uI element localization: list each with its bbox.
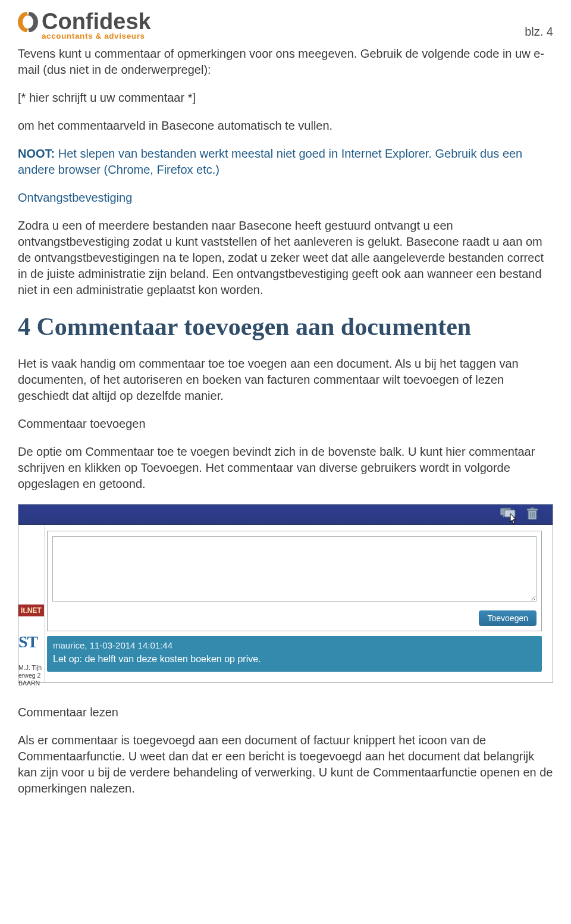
- header-row: Confidesk accountants & adviseurs blz. 4: [18, 11, 553, 40]
- addr-line: erweg 2: [18, 672, 44, 679]
- svg-rect-2: [531, 508, 534, 509]
- note-paragraph: NOOT: Het slepen van bestanden werkt mee…: [18, 146, 553, 178]
- logo: Confidesk accountants & adviseurs: [18, 11, 151, 40]
- addr-line: BAARN: [18, 679, 44, 687]
- document-content: Tevens kunt u commentaar of opmerkingen …: [18, 40, 553, 797]
- comment-item: maurice, 11-03-2014 14:01:44 Let op: de …: [47, 636, 542, 672]
- paragraph: Het is vaak handig om commentaar toe toe…: [18, 356, 553, 404]
- comment-panel: Toevoegen: [47, 531, 542, 631]
- paragraph: Als er commentaar is toegevoegd aan een …: [18, 732, 553, 797]
- section-heading: 4 Commentaar toevoegen aan documenten: [18, 310, 553, 344]
- subheading: Commentaar toevoegen: [18, 416, 553, 432]
- paragraph: Tevens kunt u commentaar of opmerkingen …: [18, 46, 553, 78]
- comment-icon[interactable]: [500, 508, 516, 521]
- strip-address: M.J. Tijh erweg 2 BAARN: [18, 664, 44, 687]
- left-strip: lt.NET ST M.J. Tijh erweg 2 BAARN: [18, 525, 45, 682]
- screenshot-body: lt.NET ST M.J. Tijh erweg 2 BAARN Toevoe…: [18, 525, 553, 682]
- strip-badge: lt.NET: [18, 604, 44, 616]
- paragraph: Zodra u een of meerdere bestanden naar B…: [18, 218, 553, 298]
- paragraph: om het commentaarveld in Basecone automa…: [18, 118, 553, 134]
- paragraph-code: [* hier schrijft u uw commentaar *]: [18, 90, 553, 106]
- comment-text: Let op: de helft van deze kosten boeken …: [53, 653, 536, 666]
- logo-word: Confidesk: [42, 11, 151, 33]
- subheading: Ontvangstbevestiging: [18, 190, 553, 206]
- screenshot: lt.NET ST M.J. Tijh erweg 2 BAARN Toevoe…: [18, 504, 553, 683]
- logo-mark-icon: [18, 11, 38, 33]
- trash-icon[interactable]: [526, 508, 538, 521]
- addr-line: M.J. Tijh: [18, 664, 44, 672]
- strip-bigtext: ST: [18, 631, 44, 653]
- note-label: NOOT:: [18, 147, 55, 160]
- comment-meta: maurice, 11-03-2014 14:01:44: [53, 640, 536, 652]
- paragraph: De optie om Commentaar toe te voegen bev…: [18, 444, 553, 492]
- note-body: Het slepen van bestanden werkt meestal n…: [18, 147, 522, 176]
- add-comment-button[interactable]: Toevoegen: [479, 610, 537, 626]
- comment-textarea[interactable]: [52, 536, 537, 602]
- page-number: blz. 4: [525, 24, 553, 40]
- subheading: Commentaar lezen: [18, 704, 553, 721]
- top-toolbar: [18, 505, 553, 525]
